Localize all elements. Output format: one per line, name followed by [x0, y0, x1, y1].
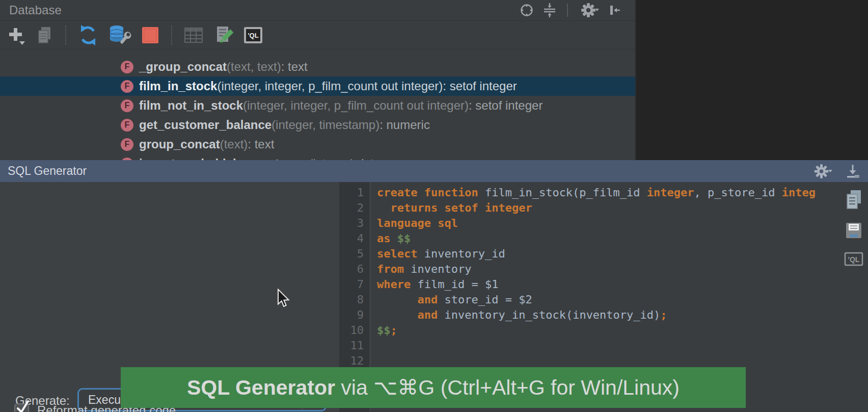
code-token: inventory_id: [417, 247, 505, 260]
table-data-icon[interactable]: [183, 25, 204, 45]
function-name: inventory_held_by_customer: [139, 157, 309, 160]
save-icon[interactable]: [845, 222, 862, 239]
code-line: returns setof integer: [377, 200, 868, 216]
open-in-console-icon[interactable]: 'QL: [844, 250, 864, 268]
background-editor-area: [636, 0, 868, 160]
code-token: film_id = $1: [411, 278, 498, 291]
mouse-cursor: [276, 289, 293, 311]
function-return-type: : numeric: [379, 118, 430, 132]
line-number: 5: [339, 246, 370, 262]
copy-icon[interactable]: [844, 189, 863, 211]
code-token: [377, 293, 417, 306]
code-token: integer: [647, 186, 694, 199]
refresh-icon[interactable]: [77, 24, 99, 46]
code-token: and: [417, 308, 438, 321]
code-token: , p_store_id: [694, 186, 782, 199]
caption-bold: SQL Generator: [187, 376, 335, 399]
save-to-file-icon[interactable]: [845, 163, 861, 179]
modify-table-icon[interactable]: [213, 24, 234, 46]
code-line: and inventory_in_stock(inventory_id);: [377, 307, 868, 323]
code-token: create function: [377, 186, 478, 199]
function-icon: F: [121, 61, 133, 73]
sql-console-icon[interactable]: 'QL: [243, 25, 263, 45]
function-icon: F: [121, 138, 133, 151]
code-line: create function film_in_stock(p_film_id …: [377, 185, 868, 200]
line-number: 1: [339, 185, 370, 200]
line-number: 11: [339, 338, 370, 353]
function-return-type: : integer: [355, 157, 399, 160]
code-token: from: [377, 263, 404, 275]
database-title: Database: [9, 0, 62, 20]
code-token: [377, 201, 391, 214]
function-icon: F: [121, 80, 133, 93]
code-token: store_id = $2: [438, 293, 532, 306]
function-name: get_customer_balance: [139, 118, 272, 132]
code-token: select: [377, 247, 417, 260]
function-args: (integer, timestamp): [272, 118, 379, 132]
code-token: $$: [377, 324, 391, 337]
code-token: ;: [391, 324, 397, 337]
function-return-type: : text: [248, 137, 274, 151]
code-line: language sql: [377, 216, 868, 231]
function-row[interactable]: Ffilm_in_stock(integer, integer, p_film_…: [0, 76, 635, 96]
code-token: ;: [660, 308, 667, 321]
function-icon: F: [121, 99, 133, 112]
titlebar-separator: [567, 4, 568, 17]
reformat-checkbox[interactable]: [14, 403, 29, 412]
line-number: 7: [339, 277, 370, 292]
sql-generator-header-actions: [814, 160, 861, 182]
database-titlebar: Database: [0, 0, 635, 21]
code-token: and: [417, 293, 438, 306]
function-row[interactable]: Fgroup_concat(text): text: [0, 135, 635, 154]
line-number: 3: [339, 216, 370, 231]
line-number: 8: [339, 292, 370, 307]
code-line: [377, 353, 868, 369]
code-line: where film_id = $1: [377, 277, 868, 292]
line-number: 12: [339, 353, 370, 369]
caption-text: SQL Generator via ⌥⌘G (Ctrl+Alt+G for Wi…: [187, 375, 680, 400]
function-row[interactable]: Fget_customer_balance(integer, timestamp…: [0, 115, 635, 135]
data-source-properties-icon[interactable]: [108, 24, 131, 46]
stop-icon[interactable]: [140, 25, 160, 45]
sql-generator-title: SQL Generator: [8, 160, 87, 182]
function-row[interactable]: F_group_concat(text, text): text: [0, 57, 635, 76]
function-row[interactable]: Ffilm_not_in_stock(integer, integer, p_f…: [0, 96, 635, 115]
code-line: and store_id = $2: [377, 292, 868, 307]
code-token: [377, 308, 417, 321]
caption-banner: SQL Generator via ⌥⌘G (Ctrl+Alt+G for Wi…: [121, 367, 746, 408]
function-args: (integer): [309, 157, 354, 160]
settings-gear-icon[interactable]: [814, 164, 835, 179]
ql-badge-text: 'QL: [248, 32, 258, 39]
code-line: [377, 338, 868, 353]
code-token: where: [377, 278, 411, 291]
line-number: 2: [339, 200, 370, 216]
code-token: film_in_stock(p_film_id: [478, 186, 647, 199]
database-toolbar: 'QL: [0, 21, 635, 49]
code-line: as $$: [377, 231, 868, 246]
toolbar-separator: [65, 25, 66, 45]
function-row[interactable]: Finventory_held_by_customer(integer): in…: [0, 154, 635, 160]
editor-floating-actions: 'QL: [844, 189, 864, 268]
code-token: inventory: [404, 263, 471, 275]
collapse-panels-icon[interactable]: [542, 3, 557, 18]
add-icon[interactable]: [6, 24, 26, 46]
function-name: film_in_stock: [139, 79, 217, 93]
code-line: $$;: [377, 323, 868, 338]
copy-icon[interactable]: [35, 25, 55, 45]
settings-gear-icon[interactable]: [578, 2, 599, 18]
locate-icon[interactable]: [519, 3, 534, 18]
function-name: group_concat: [139, 137, 220, 151]
code-token: $$: [397, 232, 411, 245]
code-token: returns setof integer: [391, 201, 532, 214]
sql-generator-header: SQL Generator: [0, 160, 868, 182]
code-token: integ: [782, 186, 816, 199]
function-list[interactable]: F_group_concat(text, text): textFfilm_in…: [0, 49, 635, 160]
code-line: from inventory: [377, 262, 868, 277]
function-args: (integer, integer, p_film_count out inte…: [217, 79, 443, 93]
code-token: inventory_in_stock(inventory_id): [438, 308, 660, 321]
hide-panel-icon[interactable]: [607, 3, 622, 18]
toolbar-separator: [171, 25, 172, 45]
function-icon: F: [121, 119, 133, 132]
line-number: 10: [339, 323, 370, 338]
code-token: language sql: [377, 217, 458, 229]
